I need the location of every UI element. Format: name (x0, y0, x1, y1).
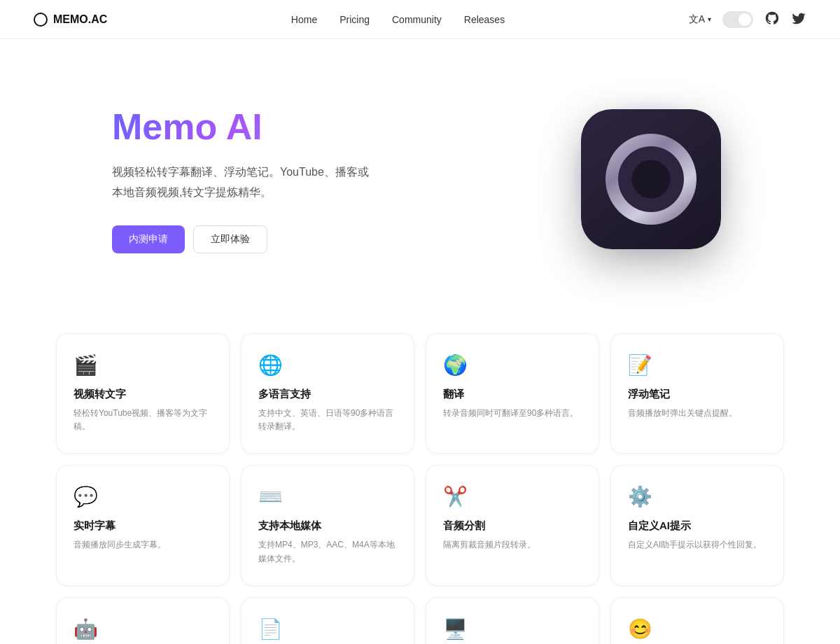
app-icon-inner (632, 160, 671, 199)
feature-title-local-media: 支持本地媒体 (258, 519, 397, 533)
theme-toggle-button[interactable] (722, 11, 753, 28)
feature-title-floating-notes: 浮动笔记 (628, 388, 766, 401)
feature-title-realtime-subtitle: 实时字幕 (74, 519, 212, 533)
feature-desc-custom-ai: 自定义AI助手提示以获得个性回复。 (628, 538, 766, 552)
logo[interactable]: MEMO.AC (34, 13, 107, 27)
feature-card-export-format: 📄 导出格式 导出字幕、Markdown、Notion等格式。更多整合即将推出! (241, 597, 414, 644)
feature-card-windows-app: 😊 精致Windows应用 包含易用的Windows应用程序。 (610, 597, 784, 644)
feature-desc-realtime-subtitle: 音频播放同步生成字幕。 (74, 538, 212, 552)
app-icon (581, 109, 721, 249)
nav-home[interactable]: Home (291, 14, 317, 25)
beta-apply-button[interactable]: 内测申请 (112, 225, 185, 253)
logo-text: MEMO.AC (53, 13, 107, 26)
feature-icon-ai-summary: 🤖 (74, 617, 212, 640)
feature-icon-realtime-subtitle: 💬 (74, 485, 212, 508)
logo-icon (34, 13, 48, 27)
feature-card-multilang: 🌐 多语言支持 支持中文、英语、日语等90多种语言转录翻译。 (241, 333, 414, 454)
feature-card-custom-ai: ⚙️ 自定义AI提示 自定义AI助手提示以获得个性回复。 (610, 465, 784, 585)
features-section: 🎬 视频转文字 轻松转YouTube视频、播客等为文字稿。 🌐 多语言支持 支持… (0, 319, 840, 644)
feature-desc-multilang: 支持中文、英语、日语等90多种语言转录翻译。 (258, 407, 397, 433)
nav-right: 文A ▾ (689, 10, 806, 29)
chevron-down-icon: ▾ (708, 15, 711, 23)
feature-desc-video-to-text: 轻松转YouTube视频、播客等为文字稿。 (74, 407, 212, 433)
feature-desc-translation: 转录音频同时可翻译至90多种语言。 (443, 407, 582, 420)
feature-card-ai-summary: 🤖 AI摘要 用AI智能汇总转录内容(需自备密钥)。 (56, 597, 230, 644)
nav-pricing[interactable]: Pricing (340, 14, 370, 25)
lang-label: 文A (689, 13, 705, 26)
twitter-icon[interactable] (791, 10, 806, 29)
app-icon-wrapper (546, 81, 756, 277)
hero-text: Memo AI 视频轻松转字幕翻译、浮动笔记。YouTube、播客或本地音频视频… (112, 105, 369, 253)
nav-community[interactable]: Community (392, 14, 442, 25)
language-button[interactable]: 文A ▾ (689, 13, 711, 26)
feature-desc-floating-notes: 音频播放时弹出关键点提醒。 (628, 407, 766, 420)
hero-section: Memo AI 视频轻松转字幕翻译、浮动笔记。YouTube、播客或本地音频视频… (0, 39, 840, 319)
hero-buttons: 内测申请 立即体验 (112, 225, 369, 253)
github-icon[interactable] (764, 10, 780, 29)
feature-title-translation: 翻译 (443, 388, 582, 401)
feature-icon-windows-app: 😊 (628, 617, 766, 640)
feature-icon-export-format: 📄 (258, 617, 397, 640)
feature-card-realtime-subtitle: 💬 实时字幕 音频播放同步生成字幕。 (56, 465, 230, 585)
feature-icon-custom-ai: ⚙️ (628, 485, 766, 508)
navbar: MEMO.AC Home Pricing Community Releases … (0, 0, 840, 39)
feature-icon-local-media: ⌨️ (258, 485, 397, 508)
hero-subtitle: 视频轻松转字幕翻译、浮动笔记。YouTube、播客或本地音频视频,转文字提炼精华… (112, 162, 369, 203)
nav-releases[interactable]: Releases (464, 14, 505, 25)
nav-links: Home Pricing Community Releases (291, 14, 505, 25)
feature-icon-audio-split: ✂️ (443, 485, 582, 508)
feature-card-translation: 🌍 翻译 转录音频同时可翻译至90多种语言。 (426, 333, 599, 454)
feature-title-audio-split: 音频分割 (443, 519, 582, 533)
feature-icon-multilang: 🌐 (258, 354, 397, 377)
feature-icon-floating-notes: 📝 (628, 354, 766, 377)
app-icon-ring (606, 134, 696, 225)
feature-title-multilang: 多语言支持 (258, 388, 397, 401)
feature-icon-translation: 🌍 (443, 354, 582, 377)
feature-card-local-media: ⌨️ 支持本地媒体 支持MP4、MP3、AAC、M4A等本地媒体文件。 (241, 465, 414, 585)
feature-title-custom-ai: 自定义AI提示 (628, 519, 766, 533)
feature-desc-local-media: 支持MP4、MP3、AAC、M4A等本地媒体文件。 (258, 538, 397, 565)
feature-card-audio-split: ✂️ 音频分割 隔离剪裁音频片段转录。 (426, 465, 599, 585)
feature-desc-audio-split: 隔离剪裁音频片段转录。 (443, 538, 582, 552)
features-grid: 🎬 视频转文字 轻松转YouTube视频、播客等为文字稿。 🌐 多语言支持 支持… (56, 333, 784, 644)
try-now-button[interactable]: 立即体验 (193, 225, 267, 253)
hero-title: Memo AI (112, 105, 369, 148)
feature-icon-cross-platform: 🖥️ (443, 617, 582, 640)
feature-icon-video-to-text: 🎬 (74, 354, 212, 377)
feature-card-video-to-text: 🎬 视频转文字 轻松转YouTube视频、播客等为文字稿。 (56, 333, 230, 454)
feature-title-video-to-text: 视频转文字 (74, 388, 212, 401)
feature-card-cross-platform: 🖥️ 跨平台 支持Windows、macOS。 (426, 597, 599, 644)
feature-card-floating-notes: 📝 浮动笔记 音频播放时弹出关键点提醒。 (610, 333, 784, 454)
